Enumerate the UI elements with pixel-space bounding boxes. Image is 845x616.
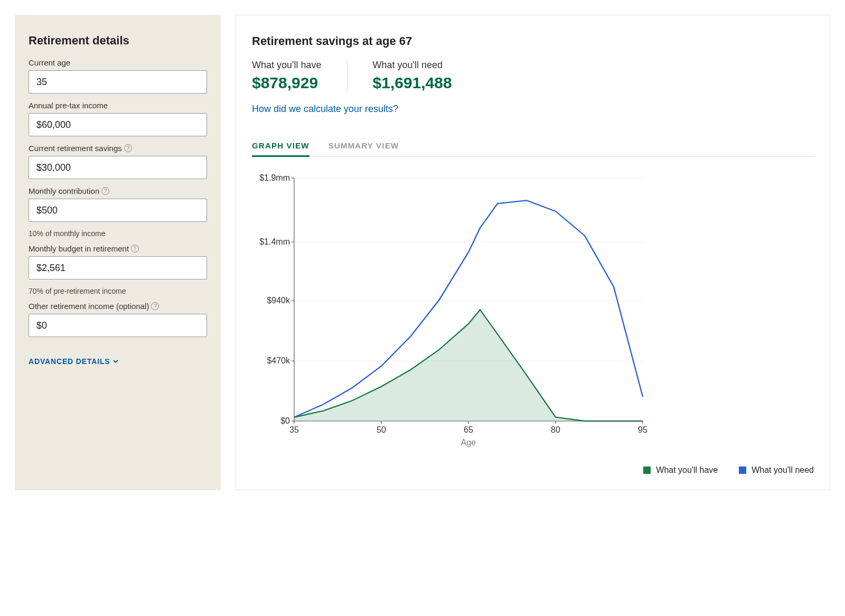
monthly-budget-label: Monthly budget in retirement ?: [29, 244, 207, 253]
help-icon[interactable]: ?: [131, 245, 139, 253]
monthly-contribution-label: Monthly contribution ?: [29, 186, 207, 195]
monthly-contribution-label-text: Monthly contribution: [29, 186, 99, 195]
calculation-link[interactable]: How did we calculate your results?: [252, 104, 398, 115]
monthly-budget-input[interactable]: [29, 256, 207, 279]
svg-text:$470k: $470k: [267, 356, 290, 365]
results-title: Retirement savings at age 67: [252, 34, 814, 48]
stat-have-label: What you'll have: [252, 60, 322, 71]
stat-have-value: $878,929: [252, 74, 322, 92]
legend-need-label: What you'll need: [752, 465, 814, 475]
other-income-label-text: Other retirement income (optional): [29, 302, 149, 311]
field-current-savings: Current retirement savings ?: [29, 144, 207, 179]
current-age-input[interactable]: [29, 70, 207, 94]
field-current-age: Current age: [29, 58, 207, 94]
svg-text:50: 50: [377, 425, 386, 434]
legend-swatch-need-icon: [739, 466, 746, 474]
annual-income-input[interactable]: [29, 113, 207, 136]
retirement-details-panel: Retirement details Current age Annual pr…: [15, 15, 221, 490]
results-panel: Retirement savings at age 67 What you'll…: [236, 15, 830, 490]
help-icon[interactable]: ?: [151, 302, 159, 310]
monthly-budget-helper: 70% of pre-retirement income: [29, 287, 207, 295]
help-icon[interactable]: ?: [124, 144, 132, 152]
tab-graph-view[interactable]: GRAPH VIEW: [252, 136, 309, 157]
other-income-input[interactable]: [29, 314, 207, 337]
annual-income-label: Annual pre-tax income: [29, 101, 207, 110]
stat-need-label: What you'll need: [373, 60, 452, 71]
chart-legend: What you'll have What you'll need: [252, 465, 814, 475]
svg-text:$1.9mm: $1.9mm: [259, 173, 290, 182]
help-icon[interactable]: ?: [101, 187, 109, 195]
monthly-contribution-input[interactable]: [29, 199, 207, 222]
legend-need: What you'll need: [739, 465, 814, 475]
svg-text:95: 95: [638, 425, 647, 434]
current-age-label: Current age: [29, 58, 207, 67]
current-savings-input[interactable]: [29, 156, 207, 179]
chart-svg: $0$470k$940k$1.4mm$1.9mm3550658095Age: [252, 167, 653, 453]
svg-text:$1.4mm: $1.4mm: [259, 237, 290, 246]
stat-have: What you'll have $878,929: [252, 60, 348, 92]
other-income-label: Other retirement income (optional) ?: [29, 302, 207, 311]
sidebar-title: Retirement details: [29, 34, 207, 48]
retirement-chart: $0$470k$940k$1.4mm$1.9mm3550658095Age: [252, 167, 814, 455]
legend-have-label: What you'll have: [656, 465, 718, 475]
stat-need: What you'll need $1,691,488: [373, 60, 477, 92]
view-tabs: GRAPH VIEW SUMMARY VIEW: [252, 136, 814, 157]
svg-text:35: 35: [289, 425, 299, 434]
current-savings-label: Current retirement savings ?: [29, 144, 207, 153]
current-savings-label-text: Current retirement savings: [29, 144, 122, 153]
legend-swatch-have-icon: [643, 466, 651, 474]
advanced-details-label: ADVANCED DETAILS: [29, 357, 110, 366]
field-monthly-budget: Monthly budget in retirement ?: [29, 244, 207, 279]
chevron-down-icon: [113, 359, 118, 364]
svg-text:$940k: $940k: [267, 296, 290, 305]
field-annual-income: Annual pre-tax income: [29, 101, 207, 136]
field-monthly-contribution: Monthly contribution ?: [29, 186, 207, 222]
stats-row: What you'll have $878,929 What you'll ne…: [252, 60, 814, 92]
monthly-contribution-helper: 10% of monthly income: [29, 229, 207, 238]
legend-have: What you'll have: [643, 465, 718, 475]
stat-need-value: $1,691,488: [373, 74, 452, 92]
svg-text:$0: $0: [280, 416, 290, 425]
tab-summary-view[interactable]: SUMMARY VIEW: [328, 136, 399, 156]
svg-text:Age: Age: [461, 438, 476, 447]
svg-text:65: 65: [464, 425, 473, 434]
svg-text:80: 80: [551, 425, 560, 434]
advanced-details-button[interactable]: ADVANCED DETAILS: [29, 357, 118, 366]
field-other-income: Other retirement income (optional) ?: [29, 302, 207, 337]
monthly-budget-label-text: Monthly budget in retirement: [29, 244, 129, 253]
